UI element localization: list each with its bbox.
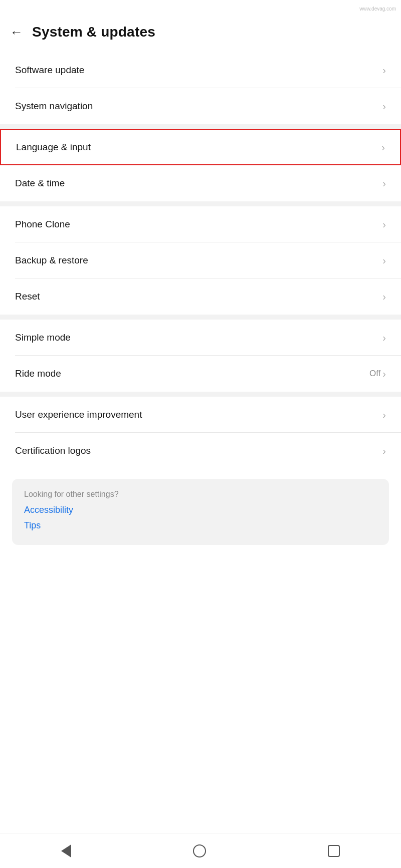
tips-link[interactable]: Tips — [24, 520, 377, 531]
group-separator-4 — [0, 392, 401, 397]
settings-item-language-input[interactable]: Language & input › — [0, 129, 401, 165]
chevron-icon: › — [382, 333, 386, 343]
suggestions-title: Looking for other settings? — [24, 490, 377, 499]
phone-clone-label: Phone Clone — [15, 219, 70, 230]
chevron-icon: › — [382, 255, 386, 265]
settings-item-phone-clone[interactable]: Phone Clone › — [0, 206, 401, 242]
chevron-icon: › — [382, 101, 386, 111]
accessibility-link[interactable]: Accessibility — [24, 505, 377, 515]
settings-item-date-time[interactable]: Date & time › — [0, 165, 401, 201]
settings-item-user-experience[interactable]: User experience improvement › — [0, 397, 401, 433]
chevron-icon: › — [382, 292, 386, 302]
settings-item-backup-restore[interactable]: Backup & restore › — [0, 242, 401, 278]
software-update-label: Software update — [15, 65, 84, 76]
reset-label: Reset — [15, 291, 40, 302]
back-nav-icon — [61, 844, 71, 857]
group-separator-3 — [0, 315, 401, 320]
chevron-icon: › — [382, 219, 386, 229]
settings-group-5: Simple mode › Ride mode Off › — [0, 320, 401, 392]
certification-logos-label: Certification logos — [15, 445, 91, 456]
settings-group-1: Software update › System navigation › — [0, 52, 401, 124]
settings-item-system-navigation[interactable]: System navigation › — [0, 88, 401, 124]
chevron-icon: › — [382, 410, 386, 420]
date-time-label: Date & time — [15, 178, 65, 189]
group-separator-2 — [0, 201, 401, 206]
settings-group-6: User experience improvement › Certificat… — [0, 397, 401, 469]
settings-item-ride-mode[interactable]: Ride mode Off › — [0, 356, 401, 392]
recent-nav-icon — [328, 845, 340, 857]
language-input-label: Language & input — [16, 142, 91, 153]
chevron-icon: › — [382, 369, 386, 379]
back-button[interactable]: ← — [10, 26, 23, 39]
settings-item-certification-logos[interactable]: Certification logos › — [0, 433, 401, 469]
home-nav-icon — [193, 844, 206, 857]
nav-bar — [0, 833, 401, 868]
backup-restore-label: Backup & restore — [15, 255, 88, 266]
simple-mode-label: Simple mode — [15, 332, 71, 343]
settings-item-software-update[interactable]: Software update › — [0, 52, 401, 88]
back-nav-button[interactable] — [61, 844, 71, 857]
recent-nav-button[interactable] — [328, 845, 340, 857]
home-nav-button[interactable] — [193, 844, 206, 857]
header: ← System & updates — [0, 0, 401, 52]
settings-list: Software update › System navigation › La… — [0, 52, 401, 469]
settings-item-reset[interactable]: Reset › — [0, 278, 401, 315]
user-experience-label: User experience improvement — [15, 409, 142, 420]
chevron-icon: › — [382, 178, 386, 188]
settings-item-simple-mode[interactable]: Simple mode › — [0, 320, 401, 356]
ride-mode-value: Off — [369, 369, 380, 379]
settings-group-4: Phone Clone › Backup & restore › Reset › — [0, 206, 401, 315]
settings-group-3: Date & time › — [0, 165, 401, 201]
suggestions-box: Looking for other settings? Accessibilit… — [12, 479, 389, 545]
chevron-icon: › — [382, 65, 386, 75]
chevron-icon: › — [381, 142, 385, 152]
chevron-icon: › — [382, 446, 386, 456]
page-title: System & updates — [32, 24, 155, 40]
settings-group-2: Language & input › — [0, 129, 401, 165]
system-navigation-label: System navigation — [15, 101, 93, 112]
group-separator-1 — [0, 124, 401, 129]
watermark: www.devag.com — [359, 6, 396, 12]
ride-mode-label: Ride mode — [15, 368, 61, 379]
